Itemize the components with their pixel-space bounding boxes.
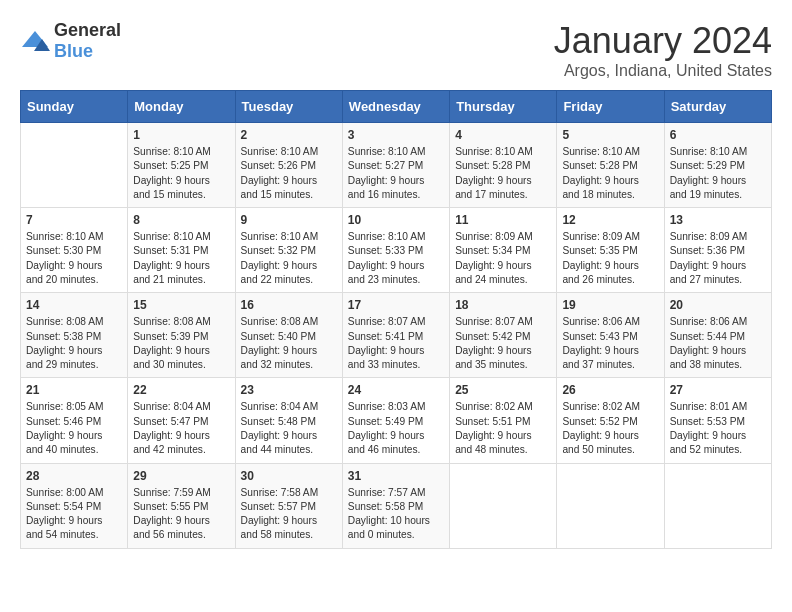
month-title: January 2024 xyxy=(554,20,772,62)
day-info: Sunrise: 8:05 AM Sunset: 5:46 PM Dayligh… xyxy=(26,400,122,457)
day-info: Sunrise: 8:09 AM Sunset: 5:35 PM Dayligh… xyxy=(562,230,658,287)
day-info: Sunrise: 8:10 AM Sunset: 5:28 PM Dayligh… xyxy=(562,145,658,202)
day-number: 15 xyxy=(133,298,229,312)
day-info: Sunrise: 7:59 AM Sunset: 5:55 PM Dayligh… xyxy=(133,486,229,543)
day-number: 13 xyxy=(670,213,766,227)
calendar-cell: 31Sunrise: 7:57 AM Sunset: 5:58 PM Dayli… xyxy=(342,463,449,548)
calendar-cell: 23Sunrise: 8:04 AM Sunset: 5:48 PM Dayli… xyxy=(235,378,342,463)
calendar-cell: 7Sunrise: 8:10 AM Sunset: 5:30 PM Daylig… xyxy=(21,208,128,293)
week-row-1: 1Sunrise: 8:10 AM Sunset: 5:25 PM Daylig… xyxy=(21,123,772,208)
calendar-cell: 13Sunrise: 8:09 AM Sunset: 5:36 PM Dayli… xyxy=(664,208,771,293)
day-number: 9 xyxy=(241,213,337,227)
day-number: 8 xyxy=(133,213,229,227)
weekday-header-sunday: Sunday xyxy=(21,91,128,123)
day-info: Sunrise: 7:57 AM Sunset: 5:58 PM Dayligh… xyxy=(348,486,444,543)
day-info: Sunrise: 8:10 AM Sunset: 5:25 PM Dayligh… xyxy=(133,145,229,202)
calendar-cell: 1Sunrise: 8:10 AM Sunset: 5:25 PM Daylig… xyxy=(128,123,235,208)
logo-icon xyxy=(20,29,50,53)
day-number: 19 xyxy=(562,298,658,312)
calendar-cell: 3Sunrise: 8:10 AM Sunset: 5:27 PM Daylig… xyxy=(342,123,449,208)
day-number: 12 xyxy=(562,213,658,227)
calendar-cell: 29Sunrise: 7:59 AM Sunset: 5:55 PM Dayli… xyxy=(128,463,235,548)
weekday-header-wednesday: Wednesday xyxy=(342,91,449,123)
title-area: January 2024 Argos, Indiana, United Stat… xyxy=(554,20,772,80)
day-info: Sunrise: 8:04 AM Sunset: 5:47 PM Dayligh… xyxy=(133,400,229,457)
day-number: 25 xyxy=(455,383,551,397)
day-number: 22 xyxy=(133,383,229,397)
day-number: 29 xyxy=(133,469,229,483)
calendar-cell xyxy=(450,463,557,548)
weekday-header-monday: Monday xyxy=(128,91,235,123)
calendar-cell: 18Sunrise: 8:07 AM Sunset: 5:42 PM Dayli… xyxy=(450,293,557,378)
weekday-header-thursday: Thursday xyxy=(450,91,557,123)
weekday-header-friday: Friday xyxy=(557,91,664,123)
day-info: Sunrise: 8:08 AM Sunset: 5:38 PM Dayligh… xyxy=(26,315,122,372)
week-row-2: 7Sunrise: 8:10 AM Sunset: 5:30 PM Daylig… xyxy=(21,208,772,293)
calendar-cell xyxy=(557,463,664,548)
day-number: 7 xyxy=(26,213,122,227)
day-info: Sunrise: 8:10 AM Sunset: 5:27 PM Dayligh… xyxy=(348,145,444,202)
calendar-cell: 20Sunrise: 8:06 AM Sunset: 5:44 PM Dayli… xyxy=(664,293,771,378)
day-number: 2 xyxy=(241,128,337,142)
day-number: 18 xyxy=(455,298,551,312)
day-info: Sunrise: 8:10 AM Sunset: 5:33 PM Dayligh… xyxy=(348,230,444,287)
calendar-cell: 22Sunrise: 8:04 AM Sunset: 5:47 PM Dayli… xyxy=(128,378,235,463)
weekday-header-row: SundayMondayTuesdayWednesdayThursdayFrid… xyxy=(21,91,772,123)
calendar-table: SundayMondayTuesdayWednesdayThursdayFrid… xyxy=(20,90,772,549)
location-title: Argos, Indiana, United States xyxy=(554,62,772,80)
calendar-cell: 6Sunrise: 8:10 AM Sunset: 5:29 PM Daylig… xyxy=(664,123,771,208)
calendar-cell: 2Sunrise: 8:10 AM Sunset: 5:26 PM Daylig… xyxy=(235,123,342,208)
calendar-cell: 5Sunrise: 8:10 AM Sunset: 5:28 PM Daylig… xyxy=(557,123,664,208)
day-info: Sunrise: 8:01 AM Sunset: 5:53 PM Dayligh… xyxy=(670,400,766,457)
day-number: 30 xyxy=(241,469,337,483)
weekday-header-tuesday: Tuesday xyxy=(235,91,342,123)
header: General Blue January 2024 Argos, Indiana… xyxy=(20,20,772,80)
calendar-cell: 14Sunrise: 8:08 AM Sunset: 5:38 PM Dayli… xyxy=(21,293,128,378)
day-number: 28 xyxy=(26,469,122,483)
logo-general: General xyxy=(54,20,121,40)
day-info: Sunrise: 8:10 AM Sunset: 5:31 PM Dayligh… xyxy=(133,230,229,287)
day-number: 4 xyxy=(455,128,551,142)
calendar-cell: 30Sunrise: 7:58 AM Sunset: 5:57 PM Dayli… xyxy=(235,463,342,548)
calendar-cell: 12Sunrise: 8:09 AM Sunset: 5:35 PM Dayli… xyxy=(557,208,664,293)
logo: General Blue xyxy=(20,20,121,62)
day-info: Sunrise: 8:00 AM Sunset: 5:54 PM Dayligh… xyxy=(26,486,122,543)
calendar-cell xyxy=(21,123,128,208)
calendar-cell: 4Sunrise: 8:10 AM Sunset: 5:28 PM Daylig… xyxy=(450,123,557,208)
day-number: 1 xyxy=(133,128,229,142)
day-info: Sunrise: 8:08 AM Sunset: 5:39 PM Dayligh… xyxy=(133,315,229,372)
day-number: 5 xyxy=(562,128,658,142)
calendar-cell: 24Sunrise: 8:03 AM Sunset: 5:49 PM Dayli… xyxy=(342,378,449,463)
day-info: Sunrise: 8:03 AM Sunset: 5:49 PM Dayligh… xyxy=(348,400,444,457)
calendar-cell: 28Sunrise: 8:00 AM Sunset: 5:54 PM Dayli… xyxy=(21,463,128,548)
day-number: 26 xyxy=(562,383,658,397)
day-number: 24 xyxy=(348,383,444,397)
day-number: 21 xyxy=(26,383,122,397)
calendar-cell: 27Sunrise: 8:01 AM Sunset: 5:53 PM Dayli… xyxy=(664,378,771,463)
calendar-cell: 19Sunrise: 8:06 AM Sunset: 5:43 PM Dayli… xyxy=(557,293,664,378)
calendar-cell: 8Sunrise: 8:10 AM Sunset: 5:31 PM Daylig… xyxy=(128,208,235,293)
calendar-cell: 15Sunrise: 8:08 AM Sunset: 5:39 PM Dayli… xyxy=(128,293,235,378)
calendar-cell: 17Sunrise: 8:07 AM Sunset: 5:41 PM Dayli… xyxy=(342,293,449,378)
day-info: Sunrise: 8:10 AM Sunset: 5:28 PM Dayligh… xyxy=(455,145,551,202)
calendar-cell: 11Sunrise: 8:09 AM Sunset: 5:34 PM Dayli… xyxy=(450,208,557,293)
day-info: Sunrise: 8:04 AM Sunset: 5:48 PM Dayligh… xyxy=(241,400,337,457)
day-number: 11 xyxy=(455,213,551,227)
day-info: Sunrise: 8:10 AM Sunset: 5:29 PM Dayligh… xyxy=(670,145,766,202)
day-info: Sunrise: 8:10 AM Sunset: 5:32 PM Dayligh… xyxy=(241,230,337,287)
day-info: Sunrise: 8:10 AM Sunset: 5:30 PM Dayligh… xyxy=(26,230,122,287)
day-number: 14 xyxy=(26,298,122,312)
calendar-cell: 9Sunrise: 8:10 AM Sunset: 5:32 PM Daylig… xyxy=(235,208,342,293)
calendar-cell: 26Sunrise: 8:02 AM Sunset: 5:52 PM Dayli… xyxy=(557,378,664,463)
day-info: Sunrise: 8:02 AM Sunset: 5:51 PM Dayligh… xyxy=(455,400,551,457)
logo-blue: Blue xyxy=(54,41,93,61)
calendar-cell xyxy=(664,463,771,548)
day-number: 20 xyxy=(670,298,766,312)
week-row-4: 21Sunrise: 8:05 AM Sunset: 5:46 PM Dayli… xyxy=(21,378,772,463)
day-info: Sunrise: 8:07 AM Sunset: 5:41 PM Dayligh… xyxy=(348,315,444,372)
calendar-cell: 21Sunrise: 8:05 AM Sunset: 5:46 PM Dayli… xyxy=(21,378,128,463)
week-row-5: 28Sunrise: 8:00 AM Sunset: 5:54 PM Dayli… xyxy=(21,463,772,548)
day-info: Sunrise: 8:10 AM Sunset: 5:26 PM Dayligh… xyxy=(241,145,337,202)
day-info: Sunrise: 8:08 AM Sunset: 5:40 PM Dayligh… xyxy=(241,315,337,372)
day-info: Sunrise: 8:06 AM Sunset: 5:43 PM Dayligh… xyxy=(562,315,658,372)
